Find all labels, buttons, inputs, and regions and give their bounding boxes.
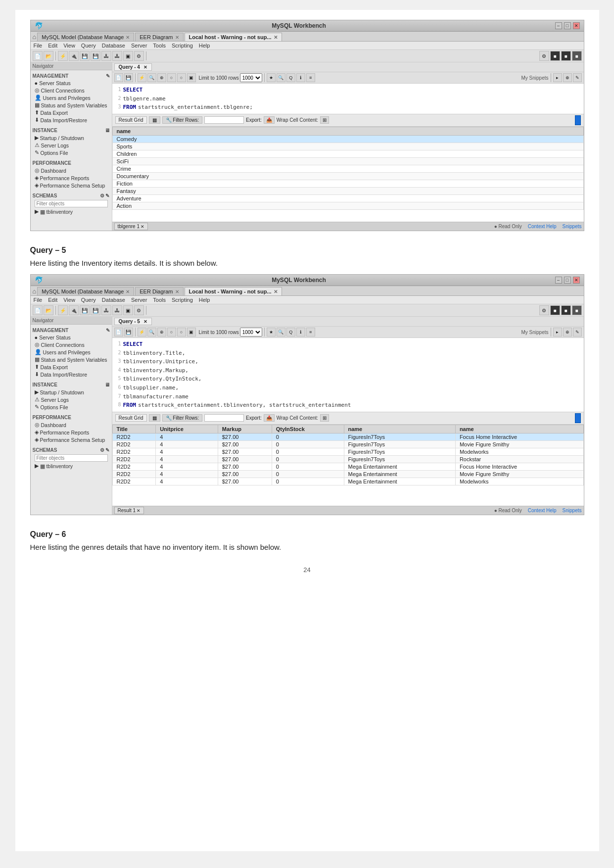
table-row[interactable]: Documentary bbox=[112, 172, 583, 180]
tab-local-1[interactable]: Local host - Warning - not sup... ✕ bbox=[185, 33, 282, 41]
schema-tab-close-2[interactable]: ✕ bbox=[137, 508, 141, 513]
sidebar-server-logs-2[interactable]: ⚠Server Logs bbox=[33, 396, 110, 403]
menu-view-1[interactable]: View bbox=[63, 43, 75, 48]
sidebar-client-conn-1[interactable]: ◎Client Connections bbox=[33, 87, 110, 94]
filter-input-2[interactable] bbox=[35, 454, 108, 462]
filter-rows-input-2[interactable] bbox=[204, 414, 244, 422]
menu-database-2[interactable]: Database bbox=[102, 297, 125, 303]
minimize-btn-2[interactable]: – bbox=[555, 277, 562, 284]
sql-btn5-2[interactable]: ⊕ bbox=[157, 328, 166, 337]
sidebar-data-export-1[interactable]: ⬆Data Export bbox=[33, 109, 110, 116]
tab-eer-1[interactable]: EER Diagram ✕ bbox=[135, 33, 183, 41]
sidebar-perf-schema-2[interactable]: ◈Performance Schema Setup bbox=[33, 436, 110, 443]
menu-scripting-2[interactable]: Scripting bbox=[172, 297, 193, 303]
sql-run-1[interactable]: ⚡ bbox=[138, 73, 146, 82]
sidebar-options-1[interactable]: ✎Options File bbox=[33, 149, 110, 156]
sql-editor-2[interactable]: 1 SELECT 2 tblinventory.Title, 3 tblinve… bbox=[112, 338, 584, 412]
restore-btn-1[interactable]: □ bbox=[564, 22, 571, 29]
toolbar-btn3-2[interactable]: ⚡ bbox=[58, 305, 68, 315]
sidebar-tblinventory-1[interactable]: ▶▦ tblinventory bbox=[33, 208, 110, 215]
snippet-btn2-1[interactable]: ⊕ bbox=[563, 73, 572, 82]
sidebar-server-logs-1[interactable]: ⚠Server Logs bbox=[33, 142, 110, 149]
snippet-btn1-1[interactable]: ▸ bbox=[553, 73, 562, 82]
sidebar-perf-reports-2[interactable]: ◈Performance Reports bbox=[33, 429, 110, 436]
menu-help-2[interactable]: Help bbox=[199, 297, 210, 303]
toolbar-btn8-2[interactable]: 🖧 bbox=[112, 305, 122, 315]
tab-model-close-1[interactable]: ✕ bbox=[126, 35, 130, 40]
toolbar-black3-1[interactable]: ■ bbox=[572, 51, 582, 61]
sql-run-2[interactable]: ⚡ bbox=[138, 328, 146, 337]
menu-query-1[interactable]: Query bbox=[81, 43, 96, 48]
schemas-expand-1[interactable]: ⚙ ✎ bbox=[100, 193, 110, 198]
query-tab-4[interactable]: Query - 4 ✕ bbox=[114, 63, 152, 71]
table-row[interactable]: R2D2 4 $27.00 0 Mega Entertainment Focus… bbox=[112, 463, 583, 470]
sql-btn7-1[interactable]: ○ bbox=[177, 73, 186, 82]
sql-btn1-1[interactable]: 📄 bbox=[114, 73, 123, 82]
tab-eer-close-2[interactable]: ✕ bbox=[175, 289, 179, 294]
toolbar-new-2[interactable]: 📄 bbox=[33, 305, 43, 315]
toolbar-btn3-1[interactable]: ⚡ bbox=[58, 51, 68, 61]
close-btn-2[interactable]: ✕ bbox=[573, 277, 580, 284]
filter-rows-input-1[interactable] bbox=[204, 116, 244, 124]
table-row[interactable]: R2D2 4 $27.00 0 FiguresIn7Toys Modelwork… bbox=[112, 448, 583, 455]
sidebar-tblinventory-2[interactable]: ▶▦ tblinventory bbox=[33, 462, 110, 470]
sql-btn6-2[interactable]: ○ bbox=[167, 328, 176, 337]
toolbar-black3-2[interactable]: ■ bbox=[572, 305, 582, 315]
result-grid-tab-2[interactable]: Result Grid bbox=[115, 414, 147, 422]
tab-local-2[interactable]: Local host - Warning - not sup... ✕ bbox=[185, 287, 282, 295]
toolbar-open-1[interactable]: 📂 bbox=[44, 51, 53, 61]
sidebar-server-status-2[interactable]: ●Server Status bbox=[33, 334, 110, 341]
sql-btn2-2[interactable]: 💾 bbox=[124, 328, 133, 337]
sql-filter2-1[interactable]: 🔍 bbox=[277, 73, 285, 82]
toolbar-black1-1[interactable]: ■ bbox=[550, 51, 560, 61]
query-tab-4-close[interactable]: ✕ bbox=[143, 65, 147, 70]
toolbar-btn9-2[interactable]: ▣ bbox=[123, 305, 133, 315]
sidebar-startup-2[interactable]: ▶Startup / Shutdown bbox=[33, 388, 110, 396]
toolbar-btn10-1[interactable]: ⚙ bbox=[134, 51, 144, 61]
sidebar-status-vars-2[interactable]: ▦Status and System Variables bbox=[33, 356, 110, 363]
close-btn-1[interactable]: ✕ bbox=[573, 22, 580, 29]
export-btn-2[interactable]: 📤 bbox=[264, 414, 275, 422]
table-row[interactable]: R2D2 4 $27.00 0 FiguresIn7Toys Focus Hom… bbox=[112, 433, 583, 440]
sql-list-1[interactable]: ≡ bbox=[306, 73, 315, 82]
filter-rows-btn-2[interactable]: 🔧 Filter Rows: bbox=[162, 414, 203, 422]
sql-btn6-1[interactable]: ○ bbox=[167, 73, 176, 82]
sql-star-2[interactable]: ★ bbox=[267, 328, 276, 337]
snippet-btn3-2[interactable]: ✎ bbox=[573, 328, 582, 337]
toolbar-btn5-1[interactable]: 💾 bbox=[80, 51, 90, 61]
sidebar-data-import-2[interactable]: ⬇Data Import/Restore bbox=[33, 371, 110, 378]
sql-btn8-1[interactable]: ▣ bbox=[187, 73, 196, 82]
menu-tools-1[interactable]: Tools bbox=[153, 43, 166, 48]
table-row[interactable]: Children bbox=[112, 150, 583, 157]
schemas-expand-2[interactable]: ⚙ ✎ bbox=[100, 447, 110, 453]
limit-select-1[interactable]: 1000 bbox=[240, 73, 262, 82]
schema-tab-1[interactable]: tblgenre 1 ✕ bbox=[114, 223, 148, 230]
sql-list-2[interactable]: ≡ bbox=[306, 328, 315, 337]
sql-magnify-1[interactable]: Q bbox=[286, 73, 295, 82]
toolbar-btn10-2[interactable]: ⚙ bbox=[134, 305, 144, 315]
menu-server-2[interactable]: Server bbox=[131, 297, 147, 303]
context-help-btn-2[interactable]: Context Help bbox=[528, 508, 557, 513]
toolbar-black1-2[interactable]: ■ bbox=[550, 305, 560, 315]
sidebar-users-2[interactable]: 👤Users and Privileges bbox=[33, 348, 110, 356]
sidebar-data-export-2[interactable]: ⬆Data Export bbox=[33, 363, 110, 371]
query-tab-5-close[interactable]: ✕ bbox=[143, 319, 147, 324]
toolbar-settings-2[interactable]: ⚙ bbox=[539, 305, 549, 315]
table-row[interactable]: SciFi bbox=[112, 157, 583, 165]
snippet-btn2-2[interactable]: ⊕ bbox=[563, 328, 572, 337]
schema-tab-close-1[interactable]: ✕ bbox=[141, 224, 144, 229]
toolbar-btn8-1[interactable]: 🖧 bbox=[112, 51, 122, 61]
sql-btn5-1[interactable]: ⊕ bbox=[157, 73, 166, 82]
table-row[interactable]: R2D2 4 $27.00 0 Mega Entertainment Model… bbox=[112, 478, 583, 485]
menu-scripting-1[interactable]: Scripting bbox=[172, 43, 193, 48]
tab-model-2[interactable]: MySQL Model (Database Manage ✕ bbox=[37, 287, 134, 295]
menu-view-2[interactable]: View bbox=[63, 297, 75, 303]
table-row[interactable]: Fantasy bbox=[112, 187, 583, 194]
menu-help-1[interactable]: Help bbox=[199, 43, 210, 48]
sidebar-perf-schema-1[interactable]: ◈Performance Schema Setup bbox=[33, 182, 110, 189]
snippets-btn-2[interactable]: Snippets bbox=[563, 508, 582, 513]
table-row[interactable]: Crime bbox=[112, 165, 583, 172]
toolbar-black2-1[interactable]: ■ bbox=[561, 51, 571, 61]
context-help-btn-1[interactable]: Context Help bbox=[528, 224, 557, 229]
table-row[interactable]: R2D2 4 $27.00 0 FiguresIn7Toys Rockstar bbox=[112, 455, 583, 463]
